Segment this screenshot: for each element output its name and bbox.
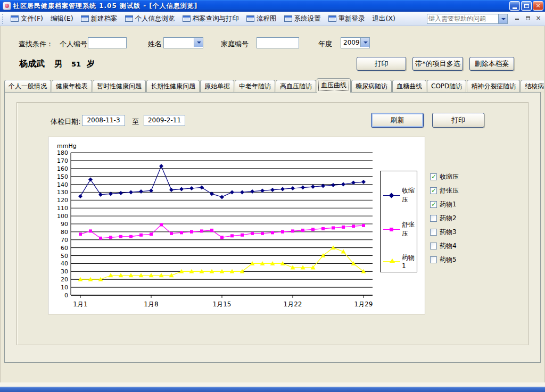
print-button[interactable]: 打印 <box>357 57 406 71</box>
series-checkbox-row: 药物1 <box>430 201 459 208</box>
window-bottom-border <box>0 387 545 392</box>
svg-text:40: 40 <box>61 260 68 267</box>
menu-item[interactable]: 系统设置 <box>280 13 325 25</box>
tab-个人一般情况[interactable]: 个人一般情况 <box>4 80 51 93</box>
multi-select-button[interactable]: 带*的项目多选 <box>412 57 463 71</box>
tab-中老年随访[interactable]: 中老年随访 <box>235 80 275 93</box>
checked-checkbox[interactable] <box>430 187 437 194</box>
help-search-input[interactable] <box>428 15 497 23</box>
close-button[interactable]: × <box>533 1 543 11</box>
patient-age-unit: 岁 <box>87 59 95 69</box>
title-bar: 社区居民健康档案管理系统 1.05 测试版 - [个人信息浏览] × <box>0 0 545 12</box>
legend-line-sample <box>383 229 400 230</box>
application-window: { "window": { "title": "社区居民健康档案管理系统 1.0… <box>0 0 545 392</box>
tab-糖尿病随访[interactable]: 糖尿病随访 <box>351 80 392 93</box>
menu-item-label: 新建档案 <box>91 14 118 23</box>
series-checkbox-column: 收缩压舒张压药物1药物2药物3药物4药物5 <box>430 173 459 270</box>
svg-text:70: 70 <box>61 237 68 244</box>
svg-text:mmHg: mmHg <box>57 143 77 149</box>
patient-summary: 杨成武 男 51 岁 <box>19 59 95 70</box>
restore-button[interactable] <box>521 1 532 11</box>
menu-item[interactable]: 个人信息浏览 <box>121 13 179 25</box>
personal-id-input[interactable] <box>88 37 127 48</box>
menu-item[interactable]: 重新登录 <box>325 13 369 25</box>
toolbar-grip[interactable] <box>2 14 4 24</box>
legend-square-icon <box>390 228 393 231</box>
svg-text:180: 180 <box>57 149 68 156</box>
date-to-input[interactable]: 2009-2-11 <box>144 115 185 126</box>
svg-text:0: 0 <box>64 292 68 299</box>
svg-text:20: 20 <box>61 276 68 283</box>
svg-text:10: 10 <box>61 284 68 291</box>
series-checkbox-row: 药物4 <box>430 243 459 249</box>
svg-text:100: 100 <box>57 213 68 220</box>
svg-text:80: 80 <box>61 229 68 236</box>
help-dropdown-arrow-icon[interactable] <box>498 14 507 23</box>
minimize-icon <box>513 7 517 9</box>
legend-item: 舒张压 <box>383 220 417 238</box>
menu-item-label: 系统设置 <box>294 14 321 23</box>
checkbox-label: 药物4 <box>440 241 457 251</box>
legend-diamond-icon <box>389 193 394 198</box>
year-combobox[interactable]: 2009 <box>341 37 370 48</box>
exam-date-label: 体检日期: <box>51 117 80 127</box>
menu-item[interactable]: 退出(X) <box>369 13 399 25</box>
name-dropdown-arrow-icon[interactable] <box>194 38 203 47</box>
help-search-box[interactable] <box>427 14 508 24</box>
tab-高血压随访[interactable]: 高血压随访 <box>276 80 316 93</box>
tab-健康年检表[interactable]: 健康年检表 <box>52 80 92 93</box>
tab-血糖曲线[interactable]: 血糖曲线 <box>392 80 426 93</box>
tab-精神分裂症随访[interactable]: 精神分裂症随访 <box>467 80 520 93</box>
panel-print-button[interactable]: 打印 <box>432 113 484 128</box>
unchecked-checkbox[interactable] <box>430 215 437 222</box>
unchecked-checkbox[interactable] <box>430 243 437 249</box>
menu-item[interactable]: 文件(F) <box>7 13 47 25</box>
year-dropdown-arrow-icon[interactable] <box>360 38 369 47</box>
minimize-button[interactable] <box>509 1 520 11</box>
tab-原始单据[interactable]: 原始单据 <box>200 80 234 93</box>
menu-item[interactable]: 流程图 <box>243 13 280 25</box>
unchecked-checkbox[interactable] <box>430 256 437 263</box>
legend-item: 药物1 <box>383 253 417 270</box>
menu-item[interactable]: 新建档案 <box>77 13 121 25</box>
legend-line-sample <box>383 261 400 262</box>
tab-长期性健康问题[interactable]: 长期性健康问题 <box>146 80 200 93</box>
legend-label: 收缩压 <box>402 186 417 204</box>
form-icon <box>246 15 254 22</box>
menu-item-label: 编辑(E) <box>51 14 73 23</box>
menu-item-label: 流程图 <box>257 14 277 23</box>
svg-text:120: 120 <box>57 197 68 204</box>
mdi-minimize-icon <box>515 19 519 20</box>
menu-item[interactable]: 档案查询与打印 <box>179 13 243 25</box>
checked-checkbox[interactable] <box>430 201 437 208</box>
tab-暂时性健康问题[interactable]: 暂时性健康问题 <box>93 80 146 93</box>
svg-text:90: 90 <box>61 221 68 228</box>
date-from-input[interactable]: 2008-11-3 <box>82 115 125 126</box>
family-id-input[interactable] <box>257 37 299 48</box>
unchecked-checkbox[interactable] <box>430 229 437 236</box>
mdi-minimize-button[interactable] <box>513 14 522 23</box>
tab-strip: 个人一般情况健康年检表暂时性健康问题长期性健康问题原始单据中老年随访高血压随访血… <box>4 78 542 93</box>
mdi-restore-button[interactable] <box>523 14 532 23</box>
refresh-button[interactable]: 刷新 <box>371 113 424 128</box>
form-icon <box>328 15 336 22</box>
series-checkbox-row: 收缩压 <box>430 173 459 180</box>
year-combobox-value: 2009 <box>343 39 360 46</box>
delete-record-button[interactable]: 删除本档案 <box>469 57 514 71</box>
year-label: 年度 <box>318 39 332 49</box>
search-prefix-label: 查找条件： <box>19 39 53 49</box>
tab-结核病随访[interactable]: 结核病随访 <box>521 80 545 93</box>
name-combobox[interactable] <box>163 37 203 48</box>
form-icon <box>11 15 19 22</box>
checked-checkbox[interactable] <box>430 173 437 180</box>
family-id-label: 家庭编号 <box>221 39 249 49</box>
app-icon <box>3 2 11 10</box>
tab-血压曲线[interactable]: 血压曲线 <box>317 78 351 93</box>
mdi-restore-icon <box>526 16 530 20</box>
tab-COPD随访[interactable]: COPD随访 <box>427 80 466 93</box>
checkbox-label: 药物2 <box>440 214 457 223</box>
svg-text:1月15: 1月15 <box>213 301 232 308</box>
menu-item[interactable]: 编辑(E) <box>47 13 77 25</box>
window-title: 社区居民健康档案管理系统 1.05 测试版 - [个人信息浏览] <box>13 2 508 11</box>
mdi-close-button[interactable]: × <box>534 14 543 23</box>
